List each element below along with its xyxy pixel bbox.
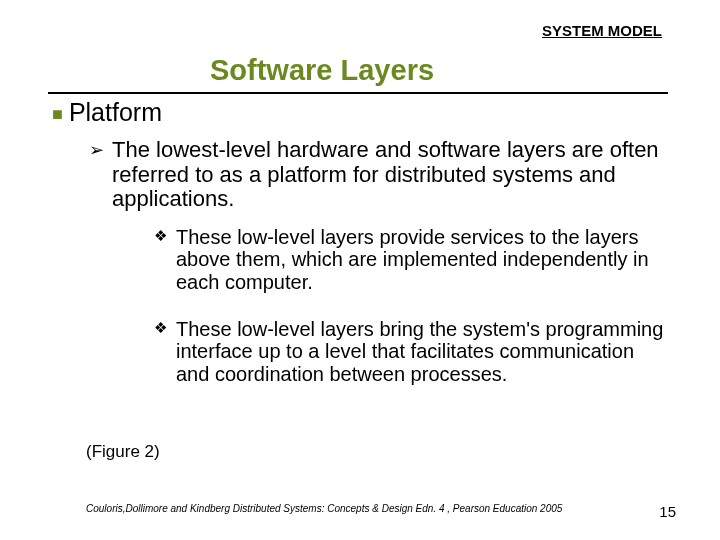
horizontal-rule bbox=[48, 92, 668, 94]
section-heading: ■Platform bbox=[52, 98, 162, 127]
page-number: 15 bbox=[659, 503, 676, 520]
header-label: SYSTEM MODEL bbox=[542, 22, 662, 39]
diamond-bullet-icon: ❖ bbox=[154, 320, 167, 337]
bullet-level-1-text: The lowest-level hardware and software l… bbox=[112, 137, 659, 211]
section-heading-text: Platform bbox=[69, 98, 162, 126]
arrow-bullet-icon: ➢ bbox=[89, 140, 104, 160]
bullet-level-2-text: These low-level layers provide services … bbox=[176, 226, 649, 293]
bullet-level-2-text: These low-level layers bring the system'… bbox=[176, 318, 663, 385]
bullet-level-1: ➢ The lowest-level hardware and software… bbox=[112, 138, 667, 212]
slide-title: Software Layers bbox=[210, 54, 434, 87]
bullet-level-2: ❖ These low-level layers provide service… bbox=[176, 226, 668, 293]
bullet-level-2: ❖ These low-level layers bring the syste… bbox=[176, 318, 668, 385]
square-bullet-icon: ■ bbox=[52, 104, 63, 124]
figure-reference: (Figure 2) bbox=[86, 442, 160, 462]
footer-citation: Couloris,Dollimore and Kindberg Distribu… bbox=[86, 503, 562, 514]
diamond-bullet-icon: ❖ bbox=[154, 228, 167, 245]
